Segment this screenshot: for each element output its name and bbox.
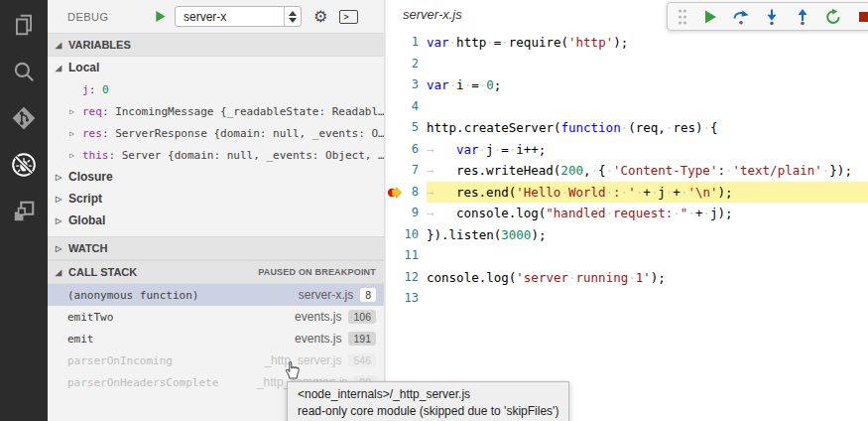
scope-row[interactable]: ▷Closure <box>48 166 384 188</box>
gear-icon[interactable]: ⚙ <box>313 9 327 25</box>
code-line[interactable]: 2 <box>386 54 868 75</box>
code-line[interactable]: 1var·http·=·require('http'); <box>386 32 868 54</box>
breakpoint-gutter[interactable] <box>386 139 402 161</box>
line-number: 11 <box>402 245 427 267</box>
chevron-collapsed-icon: ▷ <box>69 129 82 138</box>
breakpoint-gutter[interactable] <box>386 224 402 246</box>
chevron-expanded-icon: ◢ <box>56 41 68 50</box>
frame-function: parserOnIncoming <box>67 354 264 367</box>
scope-row[interactable]: ▷Global <box>48 210 384 231</box>
variable-row[interactable]: ▷req: IncomingMessage {_readableState: R… <box>48 100 384 122</box>
breakpoint-gutter[interactable] <box>386 288 402 310</box>
breakpoint-gutter[interactable] <box>386 203 402 224</box>
frame-line-badge: 106 <box>348 310 376 324</box>
breakpoint-gutter[interactable] <box>386 245 402 267</box>
variables-pane-title: VARIABLES <box>68 39 131 51</box>
frame-function: emitTwo <box>67 311 295 324</box>
chevron-expanded-icon: ◢ <box>56 268 68 277</box>
chevron-collapsed-icon: ▷ <box>56 195 68 204</box>
variable-row[interactable]: ▷res: ServerResponse {domain: null, _eve… <box>48 122 384 144</box>
chevron-collapsed-icon: ▷ <box>56 244 68 253</box>
frame-function: (anonymous function) <box>67 289 299 302</box>
chevron-collapsed-icon: ▷ <box>56 173 68 182</box>
line-number: 2 <box>402 54 427 75</box>
breakpoint-gutter[interactable] <box>386 32 402 54</box>
step-into-icon[interactable] <box>763 8 781 26</box>
code-line[interactable]: 3var·i·=·0; <box>386 74 868 96</box>
debug-panel-header: DEBUG server-x ⚙ > <box>48 0 384 33</box>
call-stack-list: (anonymous function)server-x.js8emitTwoe… <box>48 284 384 393</box>
line-number: 12 <box>402 267 427 289</box>
restart-icon[interactable] <box>824 8 842 26</box>
call-stack-pane-header[interactable]: ◢ CALL STACK PAUSED ON BREAKPOINT <box>48 260 384 284</box>
chevron-expanded-icon: ◢ <box>56 64 68 72</box>
variable-row[interactable]: j: 0 <box>48 78 384 100</box>
stop-icon[interactable] <box>855 8 868 26</box>
editor-file-title: server-x.js <box>403 7 462 22</box>
call-stack-frame[interactable]: parserOnIncoming_http_server.js546 <box>48 350 384 371</box>
continue-icon[interactable] <box>701 8 719 26</box>
code-line[interactable]: 13 <box>386 288 868 310</box>
select-stepper-icon <box>284 7 301 26</box>
tooltip-path: <node_internals>/_http_server.js <box>298 386 558 403</box>
line-number: 7 <box>402 160 427 182</box>
code-line[interactable]: 12console.log('server·running·1'); <box>386 267 868 289</box>
call-stack-frame[interactable]: (anonymous function)server-x.js8 <box>48 284 384 306</box>
step-over-icon[interactable] <box>732 8 750 26</box>
line-number: 10 <box>402 224 427 246</box>
frame-line-badge: 8 <box>360 288 376 302</box>
scope-row[interactable]: ▷Script <box>48 188 384 210</box>
extensions-icon[interactable] <box>11 199 37 224</box>
watch-pane-header[interactable]: ▷ WATCH <box>48 236 384 260</box>
hand-cursor-icon <box>282 355 304 381</box>
step-out-icon[interactable] <box>794 8 811 26</box>
breakpoint-gutter[interactable] <box>386 54 402 75</box>
call-stack-pane-title: CALL STACK <box>68 266 137 278</box>
debug-sidebar: DEBUG server-x ⚙ > ◢ VARIABLES ◢Localj: … <box>48 0 385 421</box>
code-line[interactable]: 9→console.log("handled·request:·"·+·j); <box>386 203 868 224</box>
code-line[interactable]: 11 <box>386 245 868 267</box>
debug-console-icon[interactable]: > <box>339 10 358 24</box>
code-line[interactable]: 4 <box>386 96 868 118</box>
frame-line-badge: 191 <box>348 332 376 346</box>
source-control-icon[interactable] <box>11 105 37 131</box>
line-number: 1 <box>402 32 427 54</box>
frame-function: parserOnHeadersComplete <box>67 376 257 389</box>
debug-toolbar <box>667 2 868 31</box>
tooltip-detail: read-only core module (skipped due to 's… <box>298 403 558 420</box>
code-line[interactable]: 8→res.end('Hello·World·:·'·+·j·+·'\n'); <box>386 182 868 204</box>
launch-config-value: server-x <box>184 10 226 24</box>
chevron-collapsed-icon: ▷ <box>69 107 82 116</box>
drag-grip-icon[interactable] <box>677 7 688 27</box>
breakpoint-gutter[interactable] <box>386 74 402 96</box>
code-line[interactable]: 7→res.writeHead(200,·{·'Content-Type':·'… <box>386 160 868 182</box>
launch-config-select[interactable]: server-x <box>175 6 302 27</box>
scope-row[interactable]: ◢Local <box>48 57 384 78</box>
frame-file: server-x.js <box>299 288 353 302</box>
breakpoint-gutter[interactable] <box>386 160 402 182</box>
variables-pane-header[interactable]: ◢ VARIABLES <box>48 33 384 57</box>
call-stack-frame[interactable]: emitTwoevents.js106 <box>48 306 384 328</box>
explorer-icon[interactable] <box>11 12 37 38</box>
code-line[interactable]: 6→var·j·=·i++; <box>386 139 868 161</box>
code-area: 1var·http·=·require('http');23var·i·=·0;… <box>386 32 868 310</box>
start-debug-icon[interactable] <box>153 9 169 25</box>
line-number: 13 <box>402 288 427 310</box>
breakpoint-gutter[interactable] <box>386 117 402 139</box>
search-icon[interactable] <box>11 59 37 84</box>
frame-function: emit <box>67 333 295 346</box>
watch-pane-title: WATCH <box>68 242 108 254</box>
breakpoint-gutter[interactable] <box>386 96 402 118</box>
line-number: 3 <box>402 74 427 96</box>
variable-row[interactable]: ▷this: Server {domain: null, _events: Ob… <box>48 144 384 166</box>
code-line[interactable]: 5http.createServer(function·(req,·res)·{ <box>386 117 868 139</box>
call-stack-frame[interactable]: emitevents.js191 <box>48 328 384 350</box>
breakpoint-gutter[interactable] <box>386 182 402 204</box>
frame-file: events.js <box>295 332 341 346</box>
breakpoint-gutter[interactable] <box>386 267 402 289</box>
debug-icon[interactable] <box>11 152 37 178</box>
line-number: 8 <box>402 182 427 204</box>
line-number: 5 <box>402 117 427 139</box>
stack-frame-tooltip: <node_internals>/_http_server.js read-on… <box>287 381 569 421</box>
code-line[interactable]: 10}).listen(3000); <box>386 224 868 246</box>
